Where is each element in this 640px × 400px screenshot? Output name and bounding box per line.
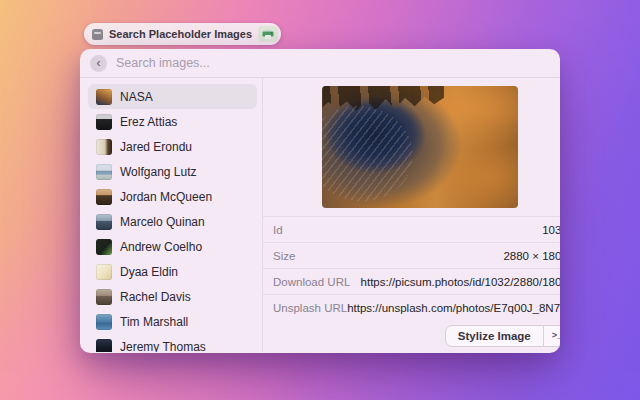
list-item[interactable]: Jared Erondu [88, 134, 257, 159]
photo-thumbnail [96, 189, 112, 205]
raycast-window: ‹ Search images... NASA Erez Attias Jare… [80, 49, 560, 353]
search-bar: ‹ Search images... [80, 49, 560, 78]
metadata-table: Id 1032 Size 2880 × 1800 Download URL ht… [263, 216, 560, 320]
metadata-label: Size [273, 250, 295, 262]
printer-icon [262, 29, 274, 40]
list-item[interactable]: Wolfgang Lutz [88, 159, 257, 184]
list-item-label: Tim Marshall [120, 315, 188, 329]
metadata-row: Unsplash URL https://unsplash.com/photos… [263, 294, 560, 320]
list-item[interactable]: Jordan McQueen [88, 184, 257, 209]
photo-thumbnail [96, 339, 112, 353]
metadata-row: Size 2880 × 1800 [263, 242, 560, 268]
list-item-label: Dyaa Eldin [120, 265, 178, 279]
photo-thumbnail [96, 214, 112, 230]
list-item[interactable]: Tim Marshall [88, 309, 257, 334]
stylize-image-button[interactable]: Stylize Image [446, 326, 543, 346]
list-item-label: Andrew Coelho [120, 240, 202, 254]
list-item[interactable]: NASA [88, 84, 257, 109]
crater-photo-thumbnail [96, 89, 112, 105]
detail-panel: Id 1032 Size 2880 × 1800 Download URL ht… [262, 78, 560, 352]
photo-thumbnail [96, 114, 112, 130]
command-pill[interactable]: Search Placeholder Images [84, 23, 281, 45]
list-item[interactable]: Dyaa Eldin [88, 259, 257, 284]
list-item-label: Jared Erondu [120, 140, 192, 154]
list-item-label: NASA [120, 90, 153, 104]
list-item-label: Rachel Davis [120, 290, 191, 304]
list-item[interactable]: Rachel Davis [88, 284, 257, 309]
photo-thumbnail [96, 239, 112, 255]
command-pill-label: Search Placeholder Images [109, 28, 252, 40]
metadata-row: Id 1032 [263, 216, 560, 242]
list-item-label: Jordan McQueen [120, 190, 212, 204]
photo-thumbnail [96, 314, 112, 330]
list-item-label: Wolfgang Lutz [120, 165, 197, 179]
metadata-label: Download URL [273, 276, 350, 288]
list-item[interactable]: Marcelo Quinan [88, 209, 257, 234]
list-item-label: Marcelo Quinan [120, 215, 205, 229]
chevron-left-icon: ‹ [97, 56, 101, 71]
photo-thumbnail [96, 264, 112, 280]
metadata-value: https://picsum.photos/id/1032/2880/1800 [361, 276, 560, 288]
photo-thumbnail [96, 289, 112, 305]
app-window-icon [92, 29, 103, 40]
list-item[interactable]: Andrew Coelho [88, 234, 257, 259]
terminal-prompt-icon[interactable]: >_ [544, 326, 560, 346]
list-item[interactable]: Jeremy Thomas [88, 334, 257, 352]
list-item-label: Erez Attias [120, 115, 177, 129]
list-item-label: Jeremy Thomas [120, 340, 206, 353]
sidebar-list: NASA Erez Attias Jared Erondu Wolfgang L… [80, 78, 262, 352]
list-item[interactable]: Erez Attias [88, 109, 257, 134]
back-button[interactable]: ‹ [90, 55, 107, 72]
search-input[interactable]: Search images... [116, 56, 210, 70]
metadata-label: Id [273, 224, 283, 236]
metadata-value: 2880 × 1800 [503, 250, 560, 262]
window-content: NASA Erez Attias Jared Erondu Wolfgang L… [80, 78, 560, 352]
mars-crater-photo [322, 86, 518, 208]
metadata-value: 1032 [542, 224, 560, 236]
metadata-row: Download URL https://picsum.photos/id/10… [263, 268, 560, 294]
metadata-label: Unsplash URL [273, 302, 347, 314]
photo-thumbnail [96, 164, 112, 180]
action-bar: Stylize Image >_ [445, 325, 560, 347]
printer-badge [258, 26, 278, 42]
metadata-value: https://unsplash.com/photos/E7q00J_8N7A [347, 302, 560, 314]
preview-image-wrap [263, 78, 560, 208]
photo-thumbnail [96, 139, 112, 155]
